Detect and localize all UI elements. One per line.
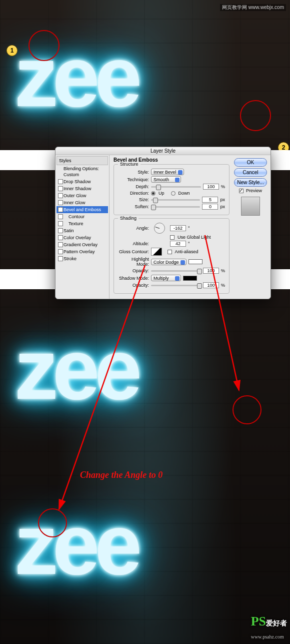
sidebar-header[interactable]: Styles	[56, 156, 108, 165]
highlight-opacity-input[interactable]: 100	[203, 268, 219, 274]
styles-sidebar: Styles Blending Options: Custom Drop Sha…	[56, 155, 110, 299]
layer-style-dialog: Layer Style Styles Blending Options: Cus…	[55, 147, 271, 299]
preview-label: Preview	[246, 188, 262, 193]
contour-item[interactable]: Contour	[56, 213, 108, 220]
shadow-opacity-label: Opacity:	[118, 283, 149, 288]
shading-legend: Shading	[118, 216, 138, 221]
highlight-opacity-label: Opacity:	[118, 268, 149, 273]
annotation-circle-4	[38, 508, 67, 537]
style-label: Style:	[118, 170, 149, 175]
sopacity-unit: %	[221, 283, 225, 288]
soften-unit: px	[220, 204, 225, 209]
inner-glow-item[interactable]: Inner Glow	[56, 199, 108, 206]
size-label: Size:	[118, 197, 149, 202]
gloss-label: Gloss Contour:	[118, 249, 149, 254]
direction-down-radio[interactable]	[171, 191, 176, 196]
ok-button[interactable]: OK	[234, 158, 267, 167]
aa-label: Anti-aliased	[175, 249, 198, 254]
angle-input[interactable]: -162	[170, 225, 186, 231]
direction-up-radio[interactable]	[151, 191, 156, 196]
dialog-title: Layer Style	[56, 147, 270, 155]
soften-input[interactable]: 0	[202, 204, 218, 210]
altitude-deg: °	[188, 241, 190, 246]
cancel-button[interactable]: Cancel	[234, 168, 267, 177]
drop-shadow-item[interactable]: Drop Shadow	[56, 178, 108, 185]
structure-group: Structure Style:Inner Bevel Technique:Sm…	[114, 164, 230, 215]
annotation-circle-2	[240, 100, 271, 131]
altitude-label: Altitude:	[118, 241, 149, 246]
antialiased-checkbox[interactable]	[168, 250, 172, 254]
size-unit: px	[220, 197, 225, 202]
angle-label: Angle:	[118, 226, 149, 231]
satin-item[interactable]: Satin	[56, 227, 108, 234]
gloss-contour-picker[interactable]	[151, 248, 162, 256]
soften-slider[interactable]	[151, 206, 200, 208]
highlight-mode-label: Highlight Mode:	[118, 257, 149, 267]
angle-deg: °	[188, 226, 190, 231]
angle-dial[interactable]	[154, 223, 165, 234]
wm-brand: PS	[251, 614, 266, 628]
global-light-checkbox[interactable]	[170, 235, 174, 240]
caption-text: Change the Angle to 0	[80, 470, 162, 479]
wm-url: www.psahz.com	[251, 634, 284, 639]
technique-dropdown[interactable]: Smooth	[151, 176, 181, 183]
structure-legend: Structure	[118, 162, 140, 167]
outer-glow-item[interactable]: Outer Glow	[56, 192, 108, 199]
depth-slider[interactable]	[151, 186, 201, 188]
shadow-mode-dropdown[interactable]: Multiply	[151, 275, 181, 281]
watermark-top: 网页教学网 www.webjx.com	[220, 4, 286, 11]
shadow-mode-label: Shadow Mode:	[118, 276, 149, 281]
global-light-label: Use Global Light	[178, 235, 211, 240]
size-input[interactable]: 5	[202, 197, 218, 203]
altitude-input[interactable]: 42	[170, 241, 186, 247]
shadow-opacity-input[interactable]: 100	[203, 282, 219, 288]
shading-group: Shading Angle:-162° Use Global Light Alt…	[114, 218, 230, 294]
style-dropdown[interactable]: Inner Bevel	[151, 169, 184, 175]
blending-options[interactable]: Blending Options: Custom	[56, 165, 108, 178]
new-style-button[interactable]: New Style...	[234, 178, 267, 187]
gradient-overlay-item[interactable]: Gradient Overlay	[56, 241, 108, 248]
pattern-overlay-item[interactable]: Pattern Overlay	[56, 248, 108, 255]
depth-input[interactable]: 100	[203, 184, 219, 190]
soften-label: Soften:	[118, 204, 149, 209]
preview-checkbox[interactable]	[239, 189, 244, 193]
watermark-bottom: PS爱好者 www.psahz.com	[251, 615, 287, 641]
wm-text: 爱好者	[266, 619, 287, 627]
hopacity-unit: %	[221, 268, 225, 273]
inner-shadow-item[interactable]: Inner Shadow	[56, 185, 108, 192]
marker-1: 1	[6, 45, 18, 56]
depth-label: Depth:	[118, 184, 149, 189]
annotation-circle-1	[28, 30, 60, 61]
shadow-color[interactable]	[183, 276, 197, 281]
stroke-item[interactable]: Stroke	[56, 255, 108, 262]
annotation-circle-3	[232, 395, 262, 424]
size-slider[interactable]	[151, 199, 200, 201]
bevel-emboss-item[interactable]: Bevel and Emboss	[56, 206, 108, 213]
color-overlay-item[interactable]: Color Overlay	[56, 234, 108, 241]
preview-swatch	[241, 197, 260, 216]
down-label: Down	[178, 191, 190, 196]
direction-label: Direction:	[118, 191, 149, 196]
shadow-opacity-slider[interactable]	[151, 285, 201, 286]
highlight-mode-dropdown[interactable]: Color Dodge	[151, 259, 186, 265]
up-label: Up	[158, 191, 164, 196]
technique-label: Technique:	[118, 177, 149, 182]
depth-unit: %	[221, 184, 225, 189]
texture-item[interactable]: Texture	[56, 220, 108, 227]
highlight-opacity-slider[interactable]	[151, 270, 201, 272]
highlight-color[interactable]	[188, 259, 202, 264]
